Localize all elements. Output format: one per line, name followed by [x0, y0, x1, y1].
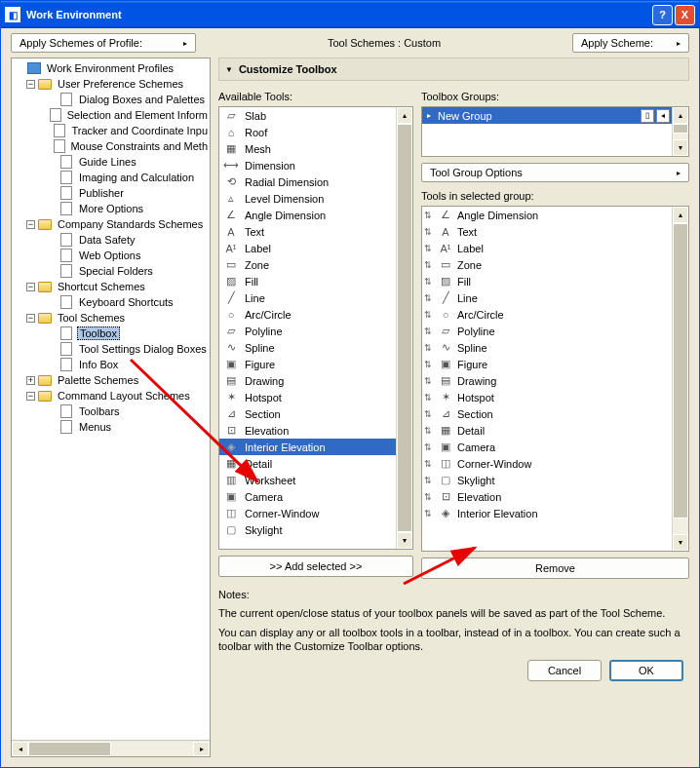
available-tool-item[interactable]: A¹Label: [219, 240, 396, 256]
scroll-right-button[interactable]: ▸: [193, 742, 210, 756]
tree-item[interactable]: Work Environment Profiles: [12, 60, 210, 76]
available-tool-item[interactable]: ✶Hotspot: [219, 389, 396, 405]
tree-item[interactable]: Toolbars: [12, 403, 210, 419]
selected-tool-item[interactable]: ⇅▱Polyline: [422, 323, 672, 339]
selected-tool-item[interactable]: ⇅▢Skylight: [422, 472, 672, 488]
selected-tool-item[interactable]: ⇅▣Camera: [422, 439, 672, 455]
tree-toggle-icon[interactable]: −: [26, 392, 35, 401]
close-button[interactable]: X: [675, 5, 695, 25]
tree-item[interactable]: Imaging and Calculation: [12, 170, 210, 185]
drag-handle-icon[interactable]: ⇅: [424, 277, 434, 287]
available-tool-item[interactable]: ▣Figure: [219, 356, 396, 372]
drag-handle-icon[interactable]: ⇅: [424, 326, 434, 336]
drag-handle-icon[interactable]: ⇅: [424, 360, 434, 369]
tree-toggle-icon[interactable]: −: [26, 314, 35, 323]
tree-toggle-icon[interactable]: −: [26, 220, 35, 229]
available-tool-item[interactable]: ○Arc/Circle: [219, 306, 396, 323]
drag-handle-icon[interactable]: ⇅: [424, 442, 434, 452]
selected-tool-item[interactable]: ⇅╱Line: [422, 289, 672, 306]
tree-toggle-icon[interactable]: −: [26, 80, 35, 89]
tree-item[interactable]: Toolbox: [12, 326, 210, 341]
tree-item[interactable]: Guide Lines: [12, 154, 210, 170]
ok-button[interactable]: OK: [609, 660, 683, 681]
tree-item[interactable]: +Palette Schemes: [12, 372, 210, 388]
scroll-thumb[interactable]: [397, 124, 412, 532]
tree-item[interactable]: Keyboard Shortcuts: [12, 294, 210, 310]
available-tool-item[interactable]: ▣Camera: [219, 488, 396, 505]
tree-item[interactable]: Info Box: [12, 357, 210, 372]
drag-handle-icon[interactable]: ⇅: [424, 509, 434, 518]
scroll-thumb[interactable]: [28, 742, 111, 756]
scroll-up-button[interactable]: ▴: [673, 107, 688, 124]
scroll-up-button[interactable]: ▴: [397, 107, 412, 124]
available-tool-item[interactable]: ▥Worksheet: [219, 472, 396, 488]
drag-handle-icon[interactable]: ⇅: [424, 476, 434, 485]
tree-item[interactable]: Publisher: [12, 185, 210, 201]
tree-item[interactable]: Mouse Constraints and Meth: [12, 138, 210, 154]
apply-profile-dropdown[interactable]: Apply Schemes of Profile: ▸: [11, 33, 196, 53]
drag-handle-icon[interactable]: ⇅: [424, 293, 434, 303]
available-tool-item[interactable]: ▭Zone: [219, 256, 396, 273]
tree-item[interactable]: −Company Standards Schemes: [12, 216, 210, 232]
drag-handle-icon[interactable]: ⇅: [424, 244, 434, 253]
tree-item[interactable]: Selection and Element Inform: [12, 107, 210, 123]
tree-toggle-icon[interactable]: −: [26, 283, 35, 291]
available-tool-item[interactable]: AText: [219, 223, 396, 240]
selected-tool-item[interactable]: ⇅A¹Label: [422, 240, 672, 256]
selected-tool-item[interactable]: ⇅▨Fill: [422, 273, 672, 289]
available-tool-item[interactable]: ⊿Section: [219, 405, 396, 422]
selected-tool-item[interactable]: ⇅⊡Elevation: [422, 488, 672, 505]
selected-tool-item[interactable]: ⇅▦Detail: [422, 422, 672, 439]
available-tool-item[interactable]: ▢Skylight: [219, 521, 396, 538]
drag-handle-icon[interactable]: ⇅: [424, 227, 434, 237]
scroll-up-button[interactable]: ▴: [673, 207, 688, 223]
drag-handle-icon[interactable]: ⇅: [424, 459, 434, 469]
scroll-track[interactable]: [28, 742, 193, 756]
selected-tool-item[interactable]: ⇅✶Hotspot: [422, 389, 672, 405]
drag-handle-icon[interactable]: ⇅: [424, 260, 434, 270]
drag-handle-icon[interactable]: ⇅: [424, 310, 434, 320]
available-scrollbar[interactable]: ▴ ▾: [396, 107, 412, 549]
tree-item[interactable]: Tracker and Coordinate Inpu: [12, 123, 210, 138]
tree-item[interactable]: Dialog Boxes and Palettes: [12, 92, 210, 107]
tree-item[interactable]: −Command Layout Schemes: [12, 388, 210, 403]
group-pin-icon[interactable]: ▯: [641, 109, 654, 123]
available-tool-item[interactable]: ▱Polyline: [219, 323, 396, 339]
tree-item[interactable]: −Shortcut Schemes: [12, 279, 210, 294]
available-tool-item[interactable]: ▦Detail: [219, 455, 396, 472]
scroll-thumb[interactable]: [673, 223, 688, 518]
available-tools-list[interactable]: ▱Slab⌂Roof▦Mesh⟷Dimension⟲Radial Dimensi…: [218, 106, 413, 550]
help-button[interactable]: ?: [652, 5, 673, 25]
section-header[interactable]: ▼ Customize Toolbox: [218, 58, 689, 81]
groups-scrollbar[interactable]: ▴ ▾: [672, 107, 688, 156]
available-tool-item[interactable]: ◈Interior Elevation: [219, 439, 396, 455]
selected-tool-item[interactable]: ⇅AText: [422, 223, 672, 240]
selected-tool-item[interactable]: ⇅○Arc/Circle: [422, 306, 672, 323]
available-tool-item[interactable]: ▦Mesh: [219, 140, 396, 157]
scroll-thumb[interactable]: [673, 124, 688, 134]
drag-handle-icon[interactable]: ⇅: [424, 492, 434, 502]
remove-button[interactable]: Remove: [421, 557, 689, 579]
available-tool-item[interactable]: ∿Spline: [219, 339, 396, 356]
selected-tool-item[interactable]: ⇅⊿Section: [422, 405, 672, 422]
tree-item[interactable]: −User Preference Schemes: [12, 76, 210, 92]
cancel-button[interactable]: Cancel: [527, 660, 602, 681]
scroll-down-button[interactable]: ▾: [673, 139, 688, 156]
available-tool-item[interactable]: ⟲Radial Dimension: [219, 173, 396, 190]
selected-tool-item[interactable]: ⇅∠Angle Dimension: [422, 207, 672, 223]
available-tool-item[interactable]: ⟷Dimension: [219, 157, 396, 173]
selected-tool-item[interactable]: ⇅◫Corner-Window: [422, 455, 672, 472]
scroll-down-button[interactable]: ▾: [397, 532, 412, 549]
titlebar[interactable]: ◧ Work Environment ? X: [1, 1, 699, 28]
apply-scheme-dropdown[interactable]: Apply Scheme: ▸: [572, 33, 689, 53]
available-tool-item[interactable]: ∠Angle Dimension: [219, 207, 396, 223]
drag-handle-icon[interactable]: ⇅: [424, 343, 434, 353]
tree-item[interactable]: Menus: [12, 419, 210, 435]
selected-tool-item[interactable]: ⇅∿Spline: [422, 339, 672, 356]
selected-tool-item[interactable]: ⇅▤Drawing: [422, 372, 672, 389]
tool-group-options-dropdown[interactable]: Tool Group Options ▸: [421, 163, 689, 182]
drag-handle-icon[interactable]: ⇅: [424, 376, 434, 386]
selected-tool-item[interactable]: ⇅▭Zone: [422, 256, 672, 273]
tree-h-scrollbar[interactable]: ◂ ▸: [12, 740, 210, 756]
tree-item[interactable]: −Tool Schemes: [12, 310, 210, 326]
